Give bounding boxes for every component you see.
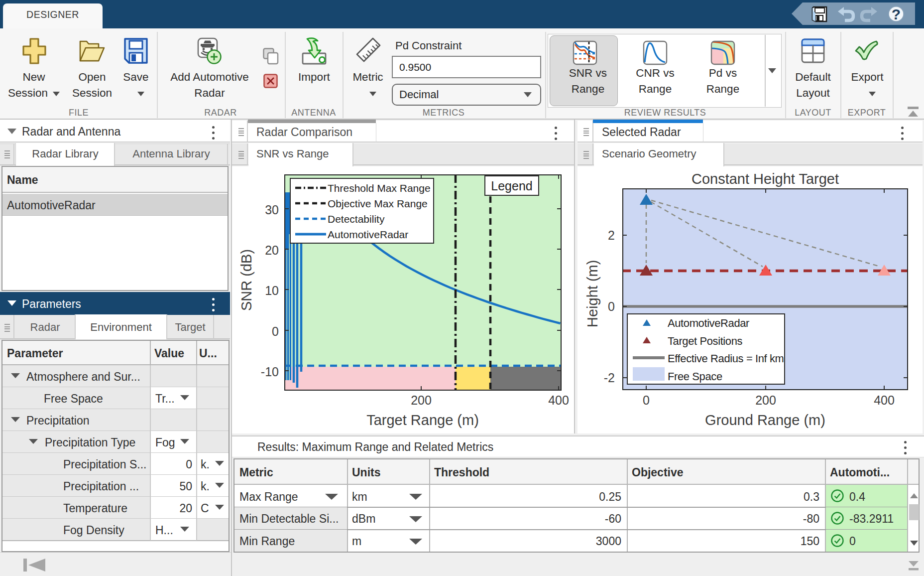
svg-text:?: ? bbox=[892, 6, 901, 22]
